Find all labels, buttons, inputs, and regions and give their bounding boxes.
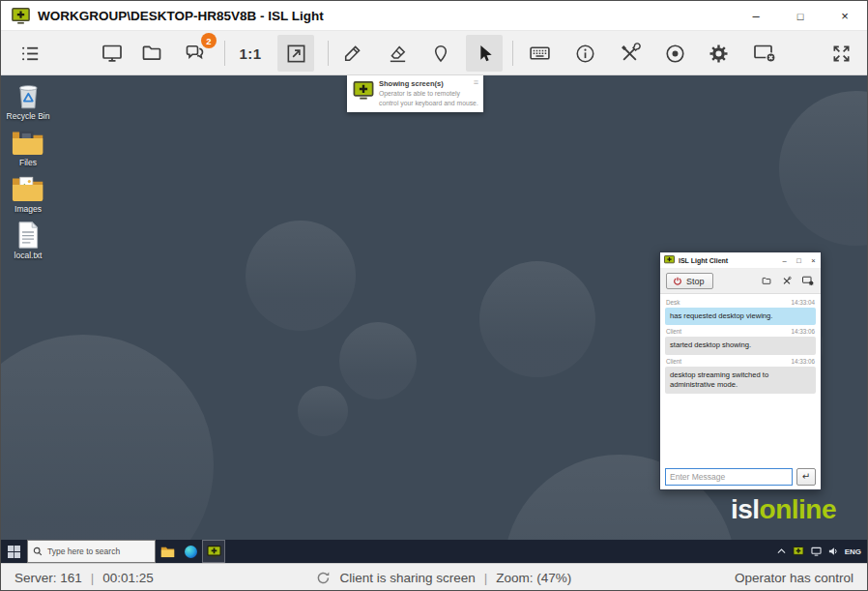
tray-expand-icon[interactable]: [777, 547, 786, 555]
chat-message: Desk 14:33:04 has requested desktop view…: [665, 299, 816, 325]
fullscreen-icon: [830, 43, 853, 65]
taskbar-isl-light[interactable]: [202, 540, 225, 563]
toolbar-separator: [328, 41, 329, 66]
record-icon: [664, 43, 686, 65]
eraser-icon: [387, 43, 409, 65]
stop-streaming-button[interactable]: [746, 35, 783, 72]
disconnect-screen-icon: [752, 42, 778, 65]
menu-icon: [19, 43, 42, 65]
tray-isl-icon[interactable]: [793, 547, 804, 556]
message-text: started desktop showing.: [665, 337, 816, 354]
client-close-button[interactable]: ×: [806, 256, 821, 265]
control-cursor-button[interactable]: [466, 35, 503, 72]
minimize-button[interactable]: –: [734, 1, 778, 31]
send-message-button[interactable]: ↵: [796, 468, 816, 486]
toolbar-separator: [512, 41, 513, 66]
isl-monitor-icon: [353, 81, 374, 100]
keyboard-icon: [528, 42, 552, 65]
control-status: Operator has control: [735, 571, 854, 585]
fullscreen-button[interactable]: [823, 35, 859, 72]
logo-isl: isl: [731, 494, 760, 524]
statusbar-left: Server: 161 | 00:01:25: [14, 571, 154, 585]
isl-client-icon: [664, 255, 675, 265]
session-timer: 00:01:25: [102, 571, 154, 585]
stop-session-button[interactable]: Stop: [666, 273, 713, 289]
message-sender: Client: [666, 358, 681, 365]
toolbar: 2 1:1: [1, 31, 867, 75]
chat-message: Client 14:33:06 started desktop showing.: [665, 328, 816, 354]
desktop-icon-images[interactable]: Images: [1, 174, 55, 216]
client-titlebar: ISL Light Client – □ ×: [660, 252, 821, 269]
tools-icon: [619, 43, 641, 65]
maximize-button[interactable]: □: [778, 1, 823, 31]
chat-message-list[interactable]: Desk 14:33:04 has requested desktop view…: [660, 294, 821, 463]
client-window-title: ISL Light Client: [679, 257, 777, 264]
windows-logo-icon: [8, 546, 20, 558]
client-folder-icon[interactable]: [761, 276, 772, 286]
client-toolbar: Stop: [660, 269, 821, 294]
folder-icon: [140, 42, 163, 65]
statusbar-divider: |: [484, 571, 488, 585]
system-tray: ENG: [777, 547, 867, 556]
chat-button[interactable]: 2: [176, 35, 213, 72]
gear-icon: [708, 43, 730, 65]
refresh-icon: [316, 571, 331, 585]
pointer-marker-button[interactable]: [422, 35, 459, 72]
remote-desktop-view[interactable]: Showing screen(s) Operator is able to re…: [1, 75, 867, 563]
text-file-icon: [16, 221, 40, 250]
desktop-icon-local-txt[interactable]: local.txt: [1, 221, 55, 262]
tray-language-indicator[interactable]: ENG: [845, 547, 861, 556]
notification-body: Operator is able to remotely control you…: [379, 89, 478, 107]
isl-app-icon: [12, 8, 30, 24]
pencil-icon: [341, 43, 363, 65]
client-screen-settings-icon[interactable]: [801, 276, 815, 286]
taskbar-edge[interactable]: [179, 540, 202, 563]
titlebar: WORKGROUP\DESKTOP-HR85V8B - ISL Light – …: [1, 1, 867, 31]
toolbar-separator: [224, 41, 225, 66]
search-placeholder: Type here to search: [47, 547, 120, 556]
message-time: 14:33:04: [791, 299, 815, 306]
chat-message-input[interactable]: [665, 468, 793, 486]
desktop-icon-label: Recycle Bin: [7, 111, 50, 121]
close-button[interactable]: ×: [823, 1, 867, 31]
server-label: Server: 161: [14, 571, 82, 585]
cursor-icon: [474, 43, 495, 65]
keyboard-button[interactable]: [521, 35, 558, 72]
statusbar-divider: |: [91, 571, 95, 585]
desktop-icon-label: Files: [19, 158, 37, 167]
file-transfer-button[interactable]: [133, 35, 170, 72]
tray-volume-icon[interactable]: [828, 547, 838, 556]
session-info-button[interactable]: [566, 35, 603, 72]
client-minimize-button[interactable]: –: [777, 256, 792, 265]
file-explorer-icon: [160, 546, 175, 558]
images-folder-icon: [11, 174, 44, 203]
taskbar-file-explorer[interactable]: [156, 540, 179, 563]
edge-icon: [185, 546, 197, 558]
taskbar-search[interactable]: Type here to search: [27, 540, 156, 563]
sharing-status: Client is sharing screen: [339, 571, 475, 585]
tray-network-icon[interactable]: [811, 547, 822, 556]
scale-1-1-button[interactable]: 1:1: [232, 35, 269, 72]
notification-menu-icon[interactable]: ≡: [474, 78, 478, 87]
zoom-level: Zoom: (47%): [496, 571, 571, 585]
recycle-bin-icon: [15, 81, 42, 110]
message-time: 14:33:06: [791, 358, 815, 365]
desktop-icon-label: local.txt: [14, 251, 43, 260]
remote-taskbar: Type here to search: [1, 540, 867, 563]
draw-button[interactable]: [333, 35, 370, 72]
fit-screen-button[interactable]: [277, 35, 314, 72]
window-controls: – □ ×: [734, 1, 867, 31]
client-tools-icon[interactable]: [781, 276, 793, 286]
admin-tools-button[interactable]: [611, 35, 648, 72]
notification-title: Showing screen(s): [379, 79, 478, 88]
desktop-icon-files[interactable]: Files: [1, 128, 55, 169]
message-sender: Client: [666, 328, 681, 335]
erase-button[interactable]: [379, 35, 416, 72]
client-maximize-button[interactable]: □: [792, 256, 806, 265]
desktop-icon-recycle-bin[interactable]: Recycle Bin: [1, 81, 55, 123]
start-button[interactable]: [1, 540, 27, 563]
record-button[interactable]: [656, 35, 693, 72]
menu-button[interactable]: [12, 35, 48, 72]
desktop-view-button[interactable]: [94, 35, 130, 72]
settings-button[interactable]: [700, 35, 737, 72]
